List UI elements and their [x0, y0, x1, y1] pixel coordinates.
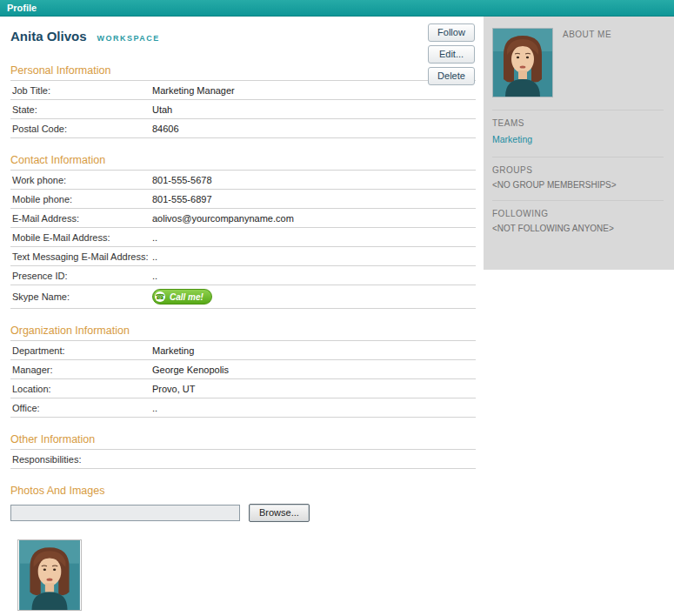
field-value: 84606 [152, 124, 179, 134]
browse-button[interactable]: Browse... [249, 504, 310, 522]
about-me-label: ABOUT ME [563, 30, 611, 97]
groups-group: GROUPS <NO GROUP MEMBERSHIPS> [492, 157, 664, 200]
groups-label: GROUPS [492, 165, 664, 175]
table-row: Presence ID: .. [10, 266, 476, 285]
table-row: State: Utah [10, 100, 476, 119]
teams-group: TEAMS Marketing [492, 110, 664, 157]
following-label: FOLLOWING [492, 209, 664, 218]
field-label: Postal Code: [12, 124, 152, 134]
groups-empty-text: <NO GROUP MEMBERSHIPS> [492, 180, 664, 190]
field-value: 801-555-5678 [152, 175, 212, 185]
field-value: .. [152, 232, 157, 243]
field-value: Marketing Manager [152, 85, 235, 96]
field-label: State: [12, 104, 152, 115]
photo-file-input[interactable] [10, 505, 240, 521]
topbar: Profile [0, 0, 674, 17]
table-row: Postal Code: 84606 [10, 119, 476, 138]
field-value: 801-555-6897 [152, 194, 212, 204]
email-link[interactable]: aolivos@yourcompanyname.com [152, 213, 294, 224]
field-value: .. [152, 403, 157, 413]
field-label: Responsibilities: [12, 454, 152, 465]
profile-avatar[interactable] [492, 28, 553, 97]
table-row: Mobile E-Mail Address: .. [10, 228, 476, 247]
page-title: Profile [7, 3, 37, 13]
table-row: Location: Provo, UT [10, 379, 476, 398]
section-title-contact: Contact Information [10, 154, 476, 166]
field-label: Work phone: [12, 175, 152, 185]
field-label: E-Mail Address: [12, 213, 152, 224]
field-value: .. [152, 251, 157, 262]
section-title-organization: Organization Information [10, 325, 476, 337]
field-label: Mobile phone: [12, 194, 152, 204]
table-row: Manager: George Kenopolis [10, 360, 476, 379]
profile-header: Anita Olivos Workspace [10, 29, 476, 44]
following-empty-text: <NOT FOLLOWING ANYONE> [492, 224, 664, 233]
section-title-personal: Personal Information [10, 64, 476, 77]
delete-button[interactable]: Delete [428, 67, 475, 85]
field-value: .. [152, 271, 157, 281]
field-label: Manager: [12, 365, 152, 375]
field-label: Skype Name: [12, 291, 152, 302]
follow-button[interactable]: Follow [428, 23, 475, 42]
profile-sidebar: ABOUT ME TEAMS Marketing GROUPS <NO GROU… [484, 17, 674, 270]
field-label: Job Title: [12, 85, 152, 96]
teams-label: TEAMS [492, 118, 664, 128]
field-label: Presence ID: [12, 271, 152, 281]
workspace-label: Workspace [97, 34, 160, 43]
table-row: Job Title: Marketing Manager [10, 81, 476, 100]
other-info-rows: Responsibilities: [10, 449, 476, 469]
field-value: Marketing [152, 345, 194, 356]
profile-actions: Follow Edit... Delete [428, 23, 475, 85]
table-row: Office: .. [10, 398, 476, 418]
table-row: Responsibilities: [10, 450, 476, 469]
table-row: Mobile phone: 801-555-6897 [10, 190, 476, 209]
field-label: Mobile E-Mail Address: [12, 232, 152, 243]
table-row: Work phone: 801-555-5678 [10, 171, 476, 190]
table-row: Text Messaging E-Mail Address: .. [10, 247, 476, 266]
field-label: Text Messaging E-Mail Address: [12, 251, 152, 262]
field-value: George Kenopolis [152, 365, 229, 375]
team-link-marketing[interactable]: Marketing [492, 134, 532, 144]
organization-info-rows: Department: Marketing Manager: George Ke… [10, 340, 476, 418]
table-row: Department: Marketing [10, 341, 476, 360]
section-title-photos: Photos And Images [10, 485, 476, 497]
table-row: Skype Name: ☎ Call me! [10, 285, 476, 309]
field-label: Office: [12, 403, 152, 413]
profile-photo-thumbnail[interactable] [17, 539, 82, 611]
about-me-block: ABOUT ME [492, 28, 664, 110]
skype-call-label: Call me! [170, 292, 204, 302]
field-value: Provo, UT [152, 384, 196, 394]
table-row: E-Mail Address: aolivos@yourcompanyname.… [10, 209, 476, 228]
about-panel: ABOUT ME TEAMS Marketing GROUPS <NO GROU… [484, 17, 674, 270]
contact-info-rows: Work phone: 801-555-5678 Mobile phone: 8… [10, 170, 476, 309]
skype-call-button[interactable]: ☎ Call me! [152, 289, 212, 305]
field-value: ☎ Call me! [152, 289, 212, 305]
edit-button[interactable]: Edit... [428, 45, 475, 64]
field-label: Department: [12, 345, 152, 356]
photo-upload-row: Browse... [10, 504, 476, 522]
field-value: Utah [152, 104, 172, 115]
profile-name: Anita Olivos [10, 29, 87, 44]
following-group: FOLLOWING <NOT FOLLOWING ANYONE> [492, 200, 664, 244]
field-label: Location: [12, 384, 152, 394]
section-title-other: Other Information [10, 433, 476, 445]
personal-info-rows: Job Title: Marketing Manager State: Utah… [10, 80, 476, 138]
phone-icon: ☎ [155, 291, 165, 302]
profile-main: Anita Olivos Workspace Follow Edit... De… [0, 17, 484, 611]
